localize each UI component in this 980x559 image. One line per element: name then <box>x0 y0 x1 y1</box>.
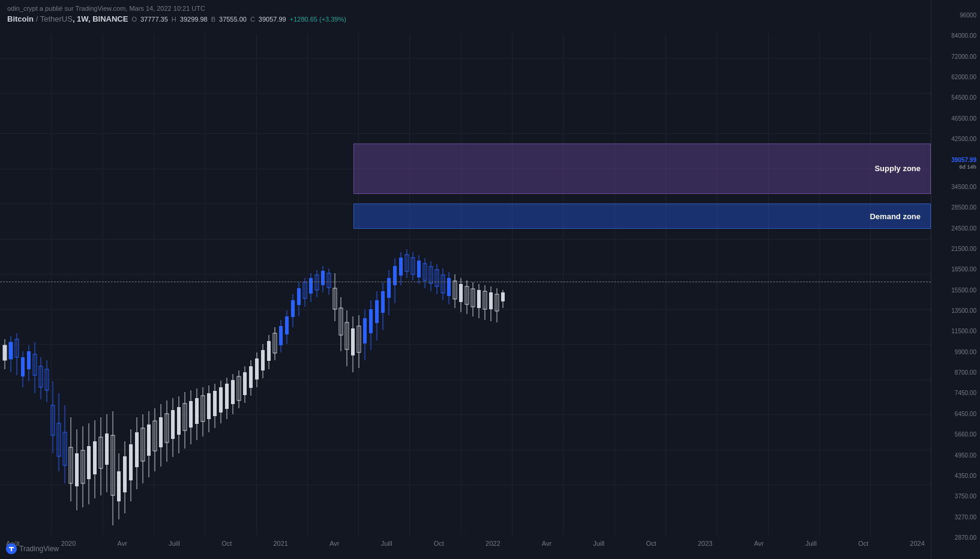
svg-rect-59 <box>177 407 181 435</box>
svg-rect-87 <box>261 350 265 370</box>
svg-rect-153 <box>459 284 463 302</box>
svg-rect-43 <box>129 444 133 480</box>
price-label: 6450.00 <box>931 411 980 417</box>
tradingview-label: TradingView <box>19 545 59 553</box>
price-label: 13500.00 <box>931 307 980 314</box>
svg-rect-133 <box>399 258 403 276</box>
svg-rect-73 <box>219 387 223 412</box>
x-label-oct: Oct <box>221 540 232 547</box>
svg-rect-39 <box>117 471 121 501</box>
x-label-avr2: Avr <box>329 540 339 547</box>
svg-rect-57 <box>171 410 175 439</box>
svg-rect-131 <box>393 266 397 285</box>
price-label: 3750.00 <box>931 493 980 500</box>
svg-rect-3 <box>9 342 13 359</box>
ticker-info: Bitcoin / TetherUS, 1W, BINANCE O 37777.… <box>7 14 973 23</box>
price-label: 5660.00 <box>931 431 980 438</box>
current-price-line <box>0 282 931 282</box>
price-label: 34500.00 <box>931 184 980 190</box>
svg-rect-103 <box>309 278 313 294</box>
price-label: 54500.00 <box>931 94 980 101</box>
svg-rect-123 <box>369 309 373 333</box>
svg-rect-93 <box>279 326 283 345</box>
svg-rect-9 <box>27 351 31 369</box>
x-label-2024: 2024 <box>910 540 924 547</box>
x-label-avr3: Avr <box>542 540 552 547</box>
svg-rect-163 <box>489 292 493 309</box>
svg-rect-107 <box>321 271 325 285</box>
svg-rect-41 <box>123 456 127 492</box>
svg-rect-99 <box>297 288 301 305</box>
svg-rect-83 <box>249 366 253 388</box>
chart-area: Supply zone Demand zone .bull { stroke: … <box>0 33 931 535</box>
x-label-2021: 2021 <box>273 540 287 547</box>
svg-rect-31 <box>93 441 97 474</box>
svg-rect-7 <box>21 357 25 376</box>
price-label: 46500.00 <box>931 115 980 122</box>
tradingview-logo: TradingView <box>6 543 59 554</box>
svg-rect-81 <box>243 372 247 395</box>
svg-rect-127 <box>381 291 385 313</box>
svg-rect-69 <box>207 393 211 419</box>
svg-rect-139 <box>417 261 421 277</box>
svg-rect-121 <box>363 318 367 343</box>
top-bar: odin_crypt a publié sur TradingView.com,… <box>0 0 980 36</box>
svg-rect-29 <box>87 446 91 479</box>
svg-rect-75 <box>225 384 229 409</box>
chart-container: odin_crypt a publié sur TradingView.com,… <box>0 0 980 559</box>
x-label-2020: 2020 <box>61 540 76 547</box>
svg-rect-49 <box>147 425 151 456</box>
price-label: 28500.00 <box>931 204 980 211</box>
price-label: 3270.00 <box>931 514 980 521</box>
svg-rect-77 <box>231 380 235 404</box>
svg-rect-97 <box>291 300 295 317</box>
x-label-juill2: Juill <box>381 540 392 547</box>
price-label: 62000.00 <box>931 74 980 80</box>
price-label: 4950.00 <box>931 452 980 459</box>
x-label-2023: 2023 <box>698 540 712 547</box>
x-label-juill: Juill <box>169 540 180 547</box>
svg-rect-45 <box>135 432 139 467</box>
x-label-2022: 2022 <box>485 540 500 547</box>
price-label: 72000.00 <box>931 53 980 60</box>
candlestick-chart: .bull { stroke: #26a69a; fill: #26a69a; … <box>0 33 931 535</box>
svg-rect-35 <box>105 434 109 465</box>
svg-rect-53 <box>159 417 163 447</box>
x-label-juill3: Juill <box>593 540 604 547</box>
svg-rect-89 <box>267 341 271 361</box>
price-label: 15500.00 <box>931 287 980 294</box>
price-label: 11500.00 <box>931 328 980 334</box>
price-label: 18500.00 <box>931 266 980 273</box>
svg-rect-167 <box>501 292 505 301</box>
attribution: odin_crypt a publié sur TradingView.com,… <box>7 5 973 12</box>
svg-rect-65 <box>195 398 199 424</box>
svg-rect-71 <box>213 391 217 416</box>
svg-rect-149 <box>447 278 451 296</box>
price-label: 24500.00 <box>931 225 980 232</box>
price-label: 4350.00 <box>931 473 980 479</box>
x-label-juill4: Juill <box>805 540 817 547</box>
tradingview-icon <box>6 543 17 554</box>
x-label-oct3: Oct <box>646 540 656 547</box>
svg-rect-85 <box>255 358 259 379</box>
price-label: 8700.00 <box>931 369 980 376</box>
x-label-oct4: Oct <box>858 540 868 547</box>
x-label-avr: Avr <box>118 540 127 547</box>
svg-rect-63 <box>189 401 193 428</box>
svg-rect-117 <box>351 328 355 355</box>
price-axis: 96000 84000.00 72000.00 62000.00 54500.0… <box>931 0 980 559</box>
svg-rect-25 <box>75 453 79 486</box>
price-label: 9900.00 <box>931 349 980 355</box>
svg-rect-95 <box>285 316 289 334</box>
x-axis: Août 2020 Avr Juill Oct 2021 Avr Juill O… <box>0 540 931 547</box>
svg-rect-159 <box>477 290 481 308</box>
svg-rect-125 <box>375 300 379 323</box>
ticker-name: Bitcoin / TetherUS, 1W, BINANCE <box>7 14 128 23</box>
price-label-current: 39057.996d 14h <box>931 157 980 170</box>
svg-rect-1 <box>3 345 7 360</box>
x-label-avr4: Avr <box>754 540 763 547</box>
price-label: 7450.00 <box>931 390 980 396</box>
price-label: 42500.00 <box>931 136 980 142</box>
x-label-oct2: Oct <box>434 540 444 547</box>
price-label: 21500.00 <box>931 246 980 252</box>
